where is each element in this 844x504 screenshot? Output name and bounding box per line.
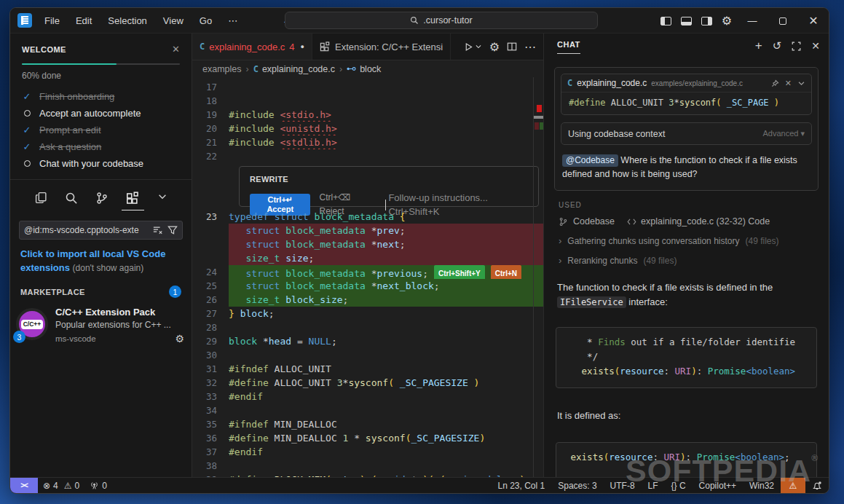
status-item[interactable]: UTF-8 [604,481,642,491]
tab-modified-dot[interactable]: ● [301,43,304,50]
context-file-chip[interactable]: C explaining_code.c examples/explaining_… [561,74,812,115]
chat-tab[interactable]: CHAT [557,40,580,52]
code-line[interactable]: 37#endif [192,445,543,459]
filter-icon[interactable] [167,225,178,235]
settings-gear-icon[interactable]: ⚙ [717,8,737,34]
code-line[interactable]: 38 [192,459,543,473]
advanced-dropdown[interactable]: Advanced ▾ [762,129,805,138]
close-chat-icon[interactable]: ✕ [811,40,820,52]
window-minimize-button[interactable]: — [737,8,768,34]
code-line[interactable]: size_t size; [192,251,543,265]
code-line[interactable]: 21#include <stdlib.h> [192,135,543,149]
chevron-down-icon[interactable] [157,192,167,209]
window-close-button[interactable]: ✕ [798,8,829,34]
dont-show-again-note[interactable]: (don't show again) [73,263,144,273]
code-line[interactable]: 34 [192,403,543,417]
gathering-chunks-row[interactable]: › Gathering chunks using conversation hi… [559,235,814,246]
codebase-pill[interactable]: @Codebase [562,154,618,167]
extension-gear-icon[interactable]: ⚙ [175,333,184,344]
status-item[interactable]: Spaces: 3 [551,481,603,491]
answer-code-block-1[interactable]: * Finds out if a file/folder identifie *… [556,327,817,388]
extension-list-item[interactable]: C/C++ 3 C/C++ Extension Pack Popular ext… [16,307,184,344]
toggle-panel-icon[interactable] [676,8,696,34]
code-line[interactable]: 31#ifndef ALLOC_UNIT [192,362,543,376]
extensions-search-input[interactable]: @id:ms-vscode.cpptools-exte [19,221,183,240]
ruler-scroll-position[interactable] [534,116,543,119]
status-item[interactable]: Win32 [743,481,781,491]
menu-more[interactable]: ⋯ [221,13,244,28]
code-line[interactable]: 27} block; [192,307,543,320]
inline-shortcut-badge[interactable]: Ctrl+N [491,265,521,279]
overview-ruler[interactable] [533,77,543,477]
status-item[interactable]: {} C [665,481,693,491]
tab-problem-count: 4 [289,42,294,52]
code-line[interactable]: 32#define ALLOC_UNIT 3*sysconf( _SC_PAGE… [192,376,543,390]
editor-settings-gear-icon[interactable]: ⚙ [489,40,500,54]
status-item[interactable]: LF [642,481,665,491]
menu-selection[interactable]: Selection [101,13,153,28]
split-editor-icon[interactable] [507,42,517,52]
extensions-icon[interactable] [126,192,140,209]
copy-files-icon[interactable] [35,192,47,209]
tab-extension[interactable]: Extension: C/C++ Extensi [312,34,451,60]
status-item[interactable]: Copilot++ [693,481,743,491]
welcome-close-icon[interactable]: ✕ [172,44,180,55]
remove-context-icon[interactable]: ✕ [785,79,792,88]
clear-search-icon[interactable] [153,225,163,235]
code-line[interactable]: 25 struct block_metadata *next_block; [192,279,543,293]
welcome-item[interactable]: ✓Ask a question [22,138,180,155]
code-line[interactable]: 17 [192,80,543,94]
more-actions-icon[interactable]: ⋯ [524,40,536,54]
code-line[interactable]: 29block *head = NULL; [192,334,543,348]
problems-indicator[interactable]: ⊗4 ⚠0 [38,481,84,491]
menu-file[interactable]: File [38,13,66,28]
chat-history-icon[interactable]: ↺ [773,39,782,52]
code-line[interactable]: struct block_metadata *prev; [192,224,543,237]
welcome-item[interactable]: ✓Prompt an edit [22,122,180,138]
notifications-bell-icon[interactable] [805,481,829,491]
search-value: .cursor-tutor [423,15,472,25]
tab-explaining-code[interactable]: C explaining_code.c 4 ● [192,34,312,60]
pin-icon[interactable] [771,79,779,87]
ports-indicator[interactable]: 0 [84,481,112,491]
status-item[interactable]: Ln 23, Col 1 [491,481,551,491]
code-line[interactable]: 36#define MIN_DEALLOC 1 * sysconf(_SC_PA… [192,431,543,445]
new-chat-icon[interactable]: + [755,39,762,53]
run-debug-button[interactable] [464,42,482,52]
code-line[interactable]: 33#endif [192,390,543,403]
code-editor[interactable]: 171819#include <stdio.h>20#include <unis… [192,77,543,477]
toggle-sidebar-icon[interactable] [655,8,676,34]
welcome-item[interactable]: ✓Finish onboarding [22,88,180,105]
source-control-icon[interactable] [95,192,109,209]
welcome-item[interactable]: Chat with your codebase [22,155,180,172]
menu-go[interactable]: Go [193,13,218,28]
inline-shortcut-badge[interactable]: Ctrl+Shift+Y [434,265,485,279]
code-line[interactable]: struct block_metadata *next; [192,237,543,251]
code-line[interactable]: 24 struct block_metadata *previous;Ctrl+… [192,265,543,279]
code-line[interactable]: 18 [192,94,543,108]
expand-chat-icon[interactable] [792,42,801,51]
code-line[interactable]: 30 [192,348,543,362]
chevron-down-icon[interactable] [797,79,805,87]
menu-edit[interactable]: Edit [69,13,98,28]
code-line[interactable]: 28 [192,320,543,334]
welcome-item[interactable]: Accept an autocomplete [22,105,180,122]
command-search-box[interactable]: .cursor-tutor [285,12,598,29]
codebase-context-toggle[interactable]: Using codebase context Advanced ▾ [561,122,812,145]
status-warning-badge[interactable]: ⚠ [781,478,805,494]
code-line[interactable]: 35#ifndef MIN_DEALLOC [192,417,543,431]
code-line[interactable]: 22 [192,149,543,163]
search-icon[interactable] [65,192,78,209]
code-line[interactable]: 23typedef struct block_metadata { [192,210,543,224]
menu-view[interactable]: View [157,13,190,28]
remote-indicator-button[interactable]: >< [10,478,38,494]
code-line[interactable]: 26 size_t block_size; [192,293,543,307]
breadcrumb[interactable]: examples› Cexplaining_code.c› block [192,60,543,77]
code-line[interactable]: 20#include <unistd.h> [192,122,543,135]
window-maximize-button[interactable] [768,8,798,34]
used-codebase-row[interactable]: Codebase explaining_code.c (32-32) Code [559,216,814,227]
answer-code-block-2[interactable]: exists(resource: URI): Promise<boolean>; [556,442,817,477]
toggle-secondary-sidebar-icon[interactable] [696,8,717,34]
reranking-chunks-row[interactable]: › Reranking chunks (49 files) [559,255,814,266]
code-line[interactable]: 19#include <stdio.h> [192,108,543,122]
